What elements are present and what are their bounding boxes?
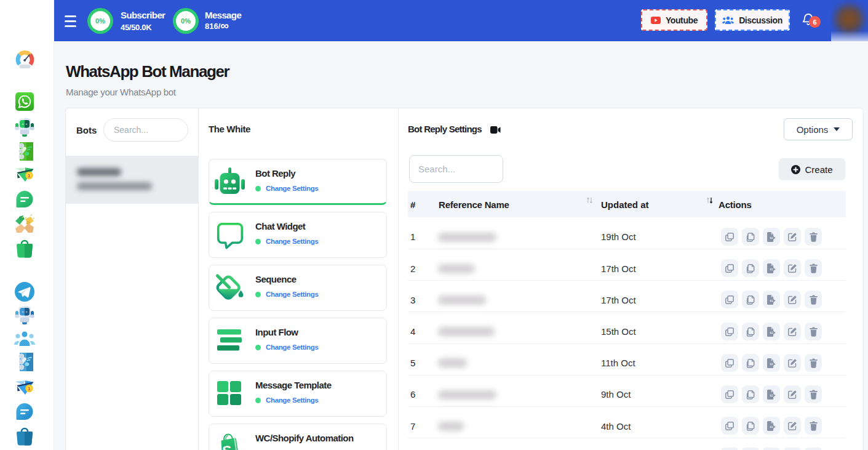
svg-text:1: 1 <box>28 386 31 392</box>
svg-text:1: 1 <box>28 173 31 179</box>
